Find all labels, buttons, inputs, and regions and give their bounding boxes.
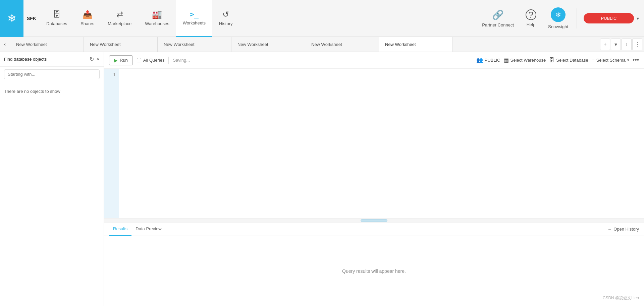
main-nav-items: 🗄 Databases 📤 Shares ⇄ Marketplace 🏭 War… xyxy=(40,0,477,37)
toolbar-right: 👥 PUBLIC ▦ Select Warehouse 🗄 Select Dat… xyxy=(476,57,639,64)
tab-more-button[interactable]: › xyxy=(622,39,632,50)
worksheet-tab-1[interactable]: New Worksheet xyxy=(10,37,84,52)
nav-label-worksheets: Worksheets xyxy=(183,20,206,25)
nav-item-worksheets[interactable]: >_ Worksheets xyxy=(176,0,212,37)
database-selector[interactable]: 🗄 Select Database xyxy=(549,57,588,63)
schema-selector[interactable]: ⁖ Select Schema ▾ xyxy=(592,57,629,63)
warehouse-label: Select Warehouse xyxy=(511,58,546,63)
nav-item-help[interactable]: ? Help xyxy=(521,5,541,32)
nav-right-area: 🔗 Partner Connect ? Help ❄ Snowsight PUB… xyxy=(477,5,644,32)
left-sidebar: Find database objects ↻ « There are no o… xyxy=(0,52,104,306)
nav-item-snowsight[interactable]: ❄ Snowsight xyxy=(543,5,573,32)
role-icon: 👥 xyxy=(476,57,483,63)
sidebar-empty-message: There are no objects to show xyxy=(0,82,104,101)
sidebar-header: Find database objects ↻ « xyxy=(0,52,104,67)
all-queries-checkbox-label[interactable]: All Queries xyxy=(137,58,165,63)
worksheet-tab-4-label: New Worksheet xyxy=(237,42,268,47)
tab-prev-button[interactable]: ‹ xyxy=(0,37,10,52)
open-history-button[interactable]: ← Open History xyxy=(607,227,639,232)
nav-label-help: Help xyxy=(527,22,536,27)
run-button[interactable]: ▶ Run xyxy=(109,55,133,65)
nav-item-shares[interactable]: 📤 Shares xyxy=(74,0,101,37)
data-preview-tab[interactable]: Data Preview xyxy=(131,223,165,236)
results-tab-label: Results xyxy=(113,226,127,231)
sidebar-search-area xyxy=(0,67,104,82)
nav-item-marketplace[interactable]: ⇄ Marketplace xyxy=(101,0,138,37)
tab-actions: + ▾ › ⋮ xyxy=(600,39,644,50)
nav-label-marketplace: Marketplace xyxy=(108,21,131,26)
all-queries-checkbox[interactable] xyxy=(137,58,141,62)
add-worksheet-button[interactable]: + xyxy=(600,39,610,50)
sidebar-refresh-button[interactable]: ↻ xyxy=(90,56,94,62)
user-dropdown[interactable]: PUBLIC ▾ xyxy=(584,13,639,23)
tab-dropdown-button[interactable]: ▾ xyxy=(611,39,621,50)
nav-item-databases[interactable]: 🗄 Databases xyxy=(40,0,74,37)
database-icon: 🗄 xyxy=(549,57,554,63)
saving-status: Saving... xyxy=(173,58,190,63)
open-history-label: Open History xyxy=(613,227,639,232)
editor-line-numbers: 1 xyxy=(104,69,119,218)
warehouse-icon: ▦ xyxy=(504,57,509,63)
worksheets-icon: >_ xyxy=(190,10,199,18)
logo-area[interactable]: ❄ xyxy=(0,0,23,37)
results-placeholder-text: Query results will appear here. xyxy=(342,268,406,274)
run-button-label: Run xyxy=(120,58,128,63)
database-label: Select Database xyxy=(556,58,588,63)
snowsight-icon: ❄ xyxy=(551,7,566,22)
horizontal-scrollbar[interactable] xyxy=(104,218,644,222)
nav-item-warehouses[interactable]: 🏭 Warehouses xyxy=(138,0,176,37)
schema-label: Select Schema xyxy=(596,58,626,63)
worksheet-toolbar: ▶ Run All Queries Saving... 👥 PUBLIC ▦ S… xyxy=(104,52,644,69)
worksheet-tab-1-label: New Worksheet xyxy=(16,42,47,47)
nav-label-partner-connect: Partner Connect xyxy=(482,22,514,27)
nav-label-warehouses: Warehouses xyxy=(145,21,169,26)
results-area: Results Data Preview ← Open History Quer… xyxy=(104,222,644,306)
sql-editor: 1 xyxy=(104,69,644,218)
help-icon: ? xyxy=(526,9,536,20)
role-selector[interactable]: 👥 PUBLIC xyxy=(476,57,500,63)
worksheet-tab-5-label: New Worksheet xyxy=(311,42,342,47)
nav-item-partner-connect[interactable]: 🔗 Partner Connect xyxy=(477,5,519,32)
history-icon: ↺ xyxy=(222,10,229,19)
sidebar-collapse-button[interactable]: « xyxy=(97,56,100,62)
sidebar-title: Find database objects xyxy=(4,57,47,62)
tab-options-button[interactable]: ⋮ xyxy=(632,39,642,50)
worksheet-tab-6[interactable]: New Worksheet xyxy=(379,37,453,52)
results-tab[interactable]: Results xyxy=(109,223,131,236)
toolbar-separator xyxy=(168,57,169,64)
worksheet-tab-3[interactable]: New Worksheet xyxy=(158,37,231,52)
role-label: PUBLIC xyxy=(485,58,500,63)
marketplace-icon: ⇄ xyxy=(116,10,123,19)
nav-label-databases: Databases xyxy=(46,21,67,26)
main-area: Find database objects ↻ « There are no o… xyxy=(0,52,644,306)
worksheet-area: ▶ Run All Queries Saving... 👥 PUBLIC ▦ S… xyxy=(104,52,644,306)
warehouse-selector[interactable]: ▦ Select Warehouse xyxy=(504,57,546,63)
shares-icon: 📤 xyxy=(83,10,93,19)
sql-editor-content[interactable] xyxy=(119,69,644,218)
tab-prev-icon: ‹ xyxy=(4,41,6,47)
warehouses-icon: 🏭 xyxy=(152,10,162,19)
user-role-pill: PUBLIC xyxy=(584,13,634,23)
user-dropdown-chevron-icon: ▾ xyxy=(637,16,639,21)
watermark: CSDN @凌健文Lieo xyxy=(603,295,639,301)
results-tabs-bar: Results Data Preview ← Open History xyxy=(104,223,644,236)
play-icon: ▶ xyxy=(114,58,118,63)
line-number-1: 1 xyxy=(104,72,116,77)
results-empty-message: Query results will appear here. xyxy=(104,236,644,306)
worksheet-tab-2[interactable]: New Worksheet xyxy=(84,37,158,52)
schema-dropdown-icon: ▾ xyxy=(627,58,629,62)
nav-label-shares: Shares xyxy=(80,21,94,26)
horizontal-scrollbar-thumb[interactable] xyxy=(361,219,387,222)
toolbar-more-button[interactable]: ••• xyxy=(633,57,639,64)
databases-icon: 🗄 xyxy=(53,10,61,19)
worksheet-tab-4[interactable]: New Worksheet xyxy=(231,37,305,52)
nav-item-history[interactable]: ↺ History xyxy=(212,0,239,37)
nav-separator xyxy=(577,8,577,28)
sidebar-actions: ↻ « xyxy=(90,56,100,62)
sidebar-search-input[interactable] xyxy=(4,69,100,79)
open-history-arrow-icon: ← xyxy=(607,227,612,232)
nav-label-snowsight: Snowsight xyxy=(548,24,568,29)
nav-label-history: History xyxy=(219,21,232,26)
worksheet-tab-5[interactable]: New Worksheet xyxy=(305,37,379,52)
snowflake-logo-icon: ❄ xyxy=(7,12,16,25)
